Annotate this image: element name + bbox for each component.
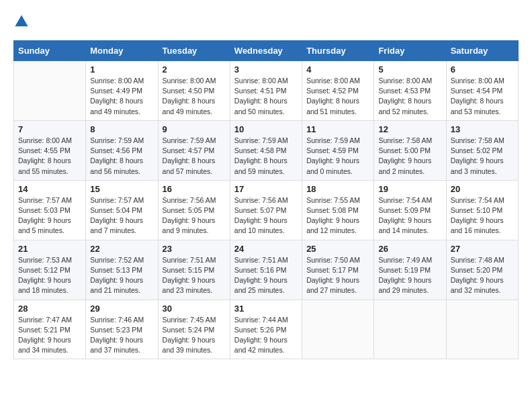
column-header-sunday: Sunday [14,41,86,61]
day-number: 27 [451,244,514,254]
calendar-cell: 6Sunrise: 8:00 AMSunset: 4:54 PMDaylight… [446,61,518,121]
day-info: Sunrise: 7:55 AMSunset: 5:08 PMDaylight:… [306,195,369,236]
calendar-cell: 17Sunrise: 7:56 AMSunset: 5:07 PMDayligh… [230,180,302,240]
day-info: Sunrise: 8:00 AMSunset: 4:55 PMDaylight:… [18,136,81,177]
svg-marker-0 [15,15,28,26]
day-number: 13 [451,124,514,134]
day-info: Sunrise: 8:00 AMSunset: 4:54 PMDaylight:… [451,76,514,117]
day-number: 30 [163,304,226,314]
day-number: 2 [163,64,226,75]
day-number: 23 [163,244,226,254]
day-info: Sunrise: 7:59 AMSunset: 4:58 PMDaylight:… [234,136,298,177]
column-header-saturday: Saturday [446,41,518,61]
day-number: 12 [378,124,441,134]
logo-icon [13,13,30,30]
day-info: Sunrise: 7:54 AMSunset: 5:09 PMDaylight:… [378,195,441,236]
calendar-cell [14,61,86,121]
day-info: Sunrise: 7:56 AMSunset: 5:05 PMDaylight:… [163,195,226,236]
day-info: Sunrise: 8:00 AMSunset: 4:51 PMDaylight:… [234,76,298,117]
day-info: Sunrise: 8:00 AMSunset: 4:50 PMDaylight:… [163,76,226,117]
header-row: SundayMondayTuesdayWednesdayThursdayFrid… [14,41,519,61]
calendar-cell: 30Sunrise: 7:45 AMSunset: 5:24 PMDayligh… [158,300,230,359]
logo [13,13,32,30]
day-number: 11 [306,124,369,134]
calendar-cell: 29Sunrise: 7:46 AMSunset: 5:23 PMDayligh… [86,300,158,359]
day-info: Sunrise: 7:44 AMSunset: 5:26 PMDaylight:… [234,315,298,356]
day-info: Sunrise: 7:51 AMSunset: 5:16 PMDaylight:… [234,255,298,296]
day-info: Sunrise: 7:59 AMSunset: 4:56 PMDaylight:… [90,136,153,177]
day-info: Sunrise: 7:48 AMSunset: 5:20 PMDaylight:… [451,255,514,296]
calendar-cell: 28Sunrise: 7:47 AMSunset: 5:21 PMDayligh… [14,300,86,359]
day-info: Sunrise: 7:50 AMSunset: 5:17 PMDaylight:… [306,255,369,296]
calendar-cell: 31Sunrise: 7:44 AMSunset: 5:26 PMDayligh… [230,300,302,359]
day-info: Sunrise: 7:52 AMSunset: 5:13 PMDaylight:… [90,255,153,296]
day-number: 9 [163,124,226,134]
day-number: 24 [234,244,298,254]
day-number: 16 [163,184,226,194]
calendar-cell: 21Sunrise: 7:53 AMSunset: 5:12 PMDayligh… [14,240,86,300]
day-info: Sunrise: 7:51 AMSunset: 5:15 PMDaylight:… [163,255,226,296]
calendar-cell: 7Sunrise: 8:00 AMSunset: 4:55 PMDaylight… [14,120,86,180]
calendar-cell [302,300,374,359]
page-header [13,13,519,30]
day-info: Sunrise: 7:46 AMSunset: 5:23 PMDaylight:… [90,315,153,356]
day-info: Sunrise: 7:59 AMSunset: 4:59 PMDaylight:… [306,136,369,177]
day-number: 4 [306,64,369,75]
day-info: Sunrise: 7:57 AMSunset: 5:03 PMDaylight:… [18,195,81,236]
column-header-wednesday: Wednesday [230,41,302,61]
calendar-cell: 19Sunrise: 7:54 AMSunset: 5:09 PMDayligh… [374,180,446,240]
calendar-table: SundayMondayTuesdayWednesdayThursdayFrid… [13,40,519,359]
calendar-cell: 15Sunrise: 7:57 AMSunset: 5:04 PMDayligh… [86,180,158,240]
calendar-cell: 13Sunrise: 7:58 AMSunset: 5:02 PMDayligh… [446,120,518,180]
day-number: 28 [18,304,81,314]
day-info: Sunrise: 7:57 AMSunset: 5:04 PMDaylight:… [90,195,153,236]
day-number: 21 [18,244,81,254]
day-info: Sunrise: 7:58 AMSunset: 5:02 PMDaylight:… [451,136,514,177]
calendar-cell: 4Sunrise: 8:00 AMSunset: 4:52 PMDaylight… [302,61,374,121]
day-info: Sunrise: 7:47 AMSunset: 5:21 PMDaylight:… [18,315,81,356]
column-header-tuesday: Tuesday [158,41,230,61]
day-number: 19 [378,184,441,194]
calendar-cell [446,300,518,359]
calendar-cell: 14Sunrise: 7:57 AMSunset: 5:03 PMDayligh… [14,180,86,240]
day-number: 8 [90,124,153,134]
day-info: Sunrise: 7:49 AMSunset: 5:19 PMDaylight:… [378,255,441,296]
calendar-cell: 10Sunrise: 7:59 AMSunset: 4:58 PMDayligh… [230,120,302,180]
calendar-cell: 27Sunrise: 7:48 AMSunset: 5:20 PMDayligh… [446,240,518,300]
day-info: Sunrise: 8:00 AMSunset: 4:49 PMDaylight:… [90,76,153,117]
calendar-cell: 3Sunrise: 8:00 AMSunset: 4:51 PMDaylight… [230,61,302,121]
day-number: 29 [90,304,153,314]
calendar-week-1: 7Sunrise: 8:00 AMSunset: 4:55 PMDaylight… [14,120,519,180]
day-number: 14 [18,184,81,194]
day-number: 7 [18,124,81,134]
calendar-cell: 11Sunrise: 7:59 AMSunset: 4:59 PMDayligh… [302,120,374,180]
day-info: Sunrise: 7:45 AMSunset: 5:24 PMDaylight:… [163,315,226,356]
day-number: 26 [378,244,441,254]
calendar-week-4: 28Sunrise: 7:47 AMSunset: 5:21 PMDayligh… [14,300,519,359]
calendar-cell: 8Sunrise: 7:59 AMSunset: 4:56 PMDaylight… [86,120,158,180]
column-header-thursday: Thursday [302,41,374,61]
column-header-friday: Friday [374,41,446,61]
day-number: 25 [306,244,369,254]
day-number: 31 [234,304,298,314]
calendar-week-3: 21Sunrise: 7:53 AMSunset: 5:12 PMDayligh… [14,240,519,300]
day-info: Sunrise: 7:54 AMSunset: 5:10 PMDaylight:… [451,195,514,236]
calendar-week-0: 1Sunrise: 8:00 AMSunset: 4:49 PMDaylight… [14,61,519,121]
day-number: 10 [234,124,298,134]
day-number: 17 [234,184,298,194]
calendar-week-2: 14Sunrise: 7:57 AMSunset: 5:03 PMDayligh… [14,180,519,240]
calendar-cell: 25Sunrise: 7:50 AMSunset: 5:17 PMDayligh… [302,240,374,300]
day-info: Sunrise: 7:59 AMSunset: 4:57 PMDaylight:… [163,136,226,177]
calendar-cell: 12Sunrise: 7:58 AMSunset: 5:00 PMDayligh… [374,120,446,180]
column-header-monday: Monday [86,41,158,61]
calendar-cell: 2Sunrise: 8:00 AMSunset: 4:50 PMDaylight… [158,61,230,121]
calendar-cell: 20Sunrise: 7:54 AMSunset: 5:10 PMDayligh… [446,180,518,240]
day-info: Sunrise: 7:56 AMSunset: 5:07 PMDaylight:… [234,195,298,236]
calendar-cell: 5Sunrise: 8:00 AMSunset: 4:53 PMDaylight… [374,61,446,121]
calendar-cell: 18Sunrise: 7:55 AMSunset: 5:08 PMDayligh… [302,180,374,240]
day-number: 6 [451,64,514,75]
calendar-cell: 23Sunrise: 7:51 AMSunset: 5:15 PMDayligh… [158,240,230,300]
day-number: 1 [90,64,153,75]
day-number: 20 [451,184,514,194]
day-number: 3 [234,64,298,75]
